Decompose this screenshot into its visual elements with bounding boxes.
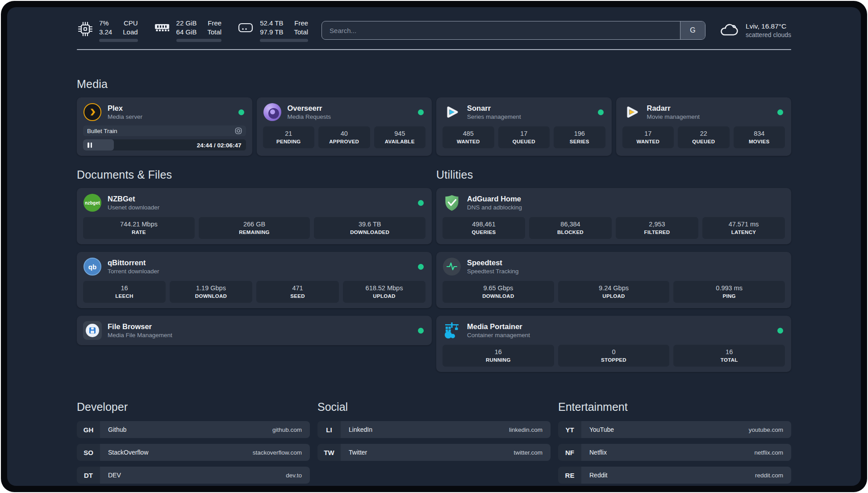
stat-box: 17QUEUED [498,126,550,148]
disk-icon [237,21,255,35]
search-provider-button[interactable]: G [680,21,705,39]
cpu-label: CPU [123,19,138,27]
service-card-overseerr[interactable]: Overseerr Media Requests 21PENDING 40APP… [257,97,432,156]
service-card-plex[interactable]: Plex Media server Bullet Train 24:44 / 0… [77,97,252,156]
service-title: NZBGet [108,194,159,203]
memory-progress-bar [176,39,222,42]
bookmark-link-dev[interactable]: DT DEVdev.to [77,467,310,484]
stat-box: 744.21 MbpsRATE [83,217,195,239]
bookmark-name: DEV [108,472,121,479]
bookmark-abbr: DT [77,467,100,484]
disk-progress-bar [260,39,308,42]
bookmark-link-github[interactable]: GH Githubgithub.com [77,421,310,438]
bookmark-group-heading: Entertainment [558,401,791,414]
bookmark-group-entertainment: Entertainment YT YouTubeyoutube.com NF N… [558,401,791,486]
window-frame: 7% CPU 3.24 Load [1,1,867,492]
stat-box: 471SEED [256,281,339,303]
search-input[interactable] [322,21,680,39]
cpu-load-label: Load [123,28,138,36]
pause-icon [88,142,92,148]
bookmark-link-linkedin[interactable]: LI LinkedInlinkedin.com [317,421,551,438]
portainer-icon [442,321,461,340]
section-heading-utilities: Utilities [436,168,791,181]
stat-box: 1.19 GbpsDOWNLOAD [170,281,252,303]
stat-box: 17WANTED [622,126,674,148]
bookmark-abbr: TW [317,444,341,461]
service-card-qbittorrent[interactable]: qb qBittorrent Torrent downloader 16LEEC… [77,252,432,308]
bookmark-abbr: SO [77,444,100,461]
weather-widget: Lviv, 16.87°C scattered clouds [719,22,791,39]
cpu-progress-bar [99,39,138,42]
stat-box: 945AVAILABLE [374,126,426,148]
stat-box: 618.52 MbpsUPLOAD [343,281,426,303]
status-online-dot [238,109,244,115]
service-title: AdGuard Home [467,194,522,203]
service-card-sonarr[interactable]: Sonarr Series management 485WANTED 17QUE… [436,97,612,156]
cpu-load-value: 3.24 [99,28,112,36]
status-online-dot [418,264,424,270]
stat-box: 16RUNNING [442,345,554,367]
playback-progress-bar: 24:44 / 02:06:47 [83,139,246,150]
search-bar: G [321,21,705,40]
bookmark-name: LinkedIn [349,426,372,433]
service-card-portainer[interactable]: Media Portainer Container management 16R… [436,316,791,372]
stat-box: 39.6 TBDOWNLOADED [314,217,426,239]
service-title: Media Portainer [467,322,530,331]
service-subtitle: Container management [467,332,530,339]
stat-box: 9.24 GbpsUPLOAD [558,281,670,303]
bookmark-name: Github [108,426,126,433]
bookmarks-section: Developer GH Githubgithub.com SO StackOv… [77,401,791,486]
bookmark-link-youtube[interactable]: YT YouTubeyoutube.com [558,421,791,438]
service-card-speedtest[interactable]: Speedtest Speedtest Tracking 9.65 GbpsDO… [436,252,791,308]
bookmark-link-reddit[interactable]: RE Redditreddit.com [558,467,791,484]
bookmark-link-netflix[interactable]: NF Netflixnetflix.com [558,444,791,461]
service-card-nzbget[interactable]: nzbget NZBGet Usenet downloader 744.21 M… [77,188,432,244]
page-frame: 7% CPU 3.24 Load [0,0,868,493]
weather-location: Lviv, 16.87°C [746,22,791,31]
adguard-icon [442,193,461,212]
cpu-icon [77,21,94,38]
bookmark-name: YouTube [589,426,614,433]
service-card-adguard[interactable]: AdGuard Home DNS and adblocking 498,461Q… [436,188,791,244]
stat-box: 834MOVIES [734,126,785,148]
disk-free-label: Free [294,19,308,27]
stat-box: 9.65 GbpsDOWNLOAD [442,281,554,303]
system-metrics: 7% CPU 3.24 Load [77,19,308,42]
stat-box: 0STOPPED [558,345,670,367]
speedtest-icon [443,258,461,276]
bookmark-url: reddit.com [755,472,783,479]
disk-metric: 52.4 TB Free 97.9 TB Total [237,19,308,42]
status-online-dot [418,200,424,206]
status-online-dot [777,328,783,334]
stat-box: 86,384BLOCKED [529,217,612,239]
service-card-radarr[interactable]: Radarr Movie management 17WANTED 22QUEUE… [616,97,792,156]
stat-box: 498,461QUERIES [442,217,525,239]
bookmark-link-stackoverflow[interactable]: SO StackOverflowstackoverflow.com [77,444,310,461]
memory-total-value: 64 GiB [176,28,197,36]
service-subtitle: Usenet downloader [108,204,159,211]
overseerr-icon [263,103,281,121]
bookmark-name: Netflix [589,449,607,456]
memory-free-label: Free [207,19,221,27]
service-card-filebrowser[interactable]: File Browser Media File Management [77,316,432,345]
service-title: Sonarr [467,104,521,113]
bookmark-name: StackOverflow [108,449,148,456]
bookmark-url: stackoverflow.com [253,449,302,456]
qbittorrent-icon: qb [83,258,101,276]
bookmark-link-twitter[interactable]: TW Twittertwitter.com [317,444,551,461]
nzbget-icon: nzbget [83,194,101,212]
bookmark-url: linkedin.com [509,426,542,433]
bookmark-url: twitter.com [513,449,542,456]
bookmark-group-heading: Social [317,401,551,414]
session-icon [235,127,242,134]
cloud-icon [719,22,739,38]
service-title: Radarr [647,104,700,113]
stat-box: 22QUEUED [678,126,730,148]
media-card-grid: Plex Media server Bullet Train 24:44 / 0… [77,97,791,156]
status-online-dot [598,109,604,115]
stat-box: 47.571 msLATENCY [702,217,785,239]
memory-total-label: Total [207,28,221,36]
service-subtitle: Media Requests [288,113,331,121]
memory-free-value: 22 GiB [176,19,197,27]
bookmark-abbr: GH [77,421,100,438]
